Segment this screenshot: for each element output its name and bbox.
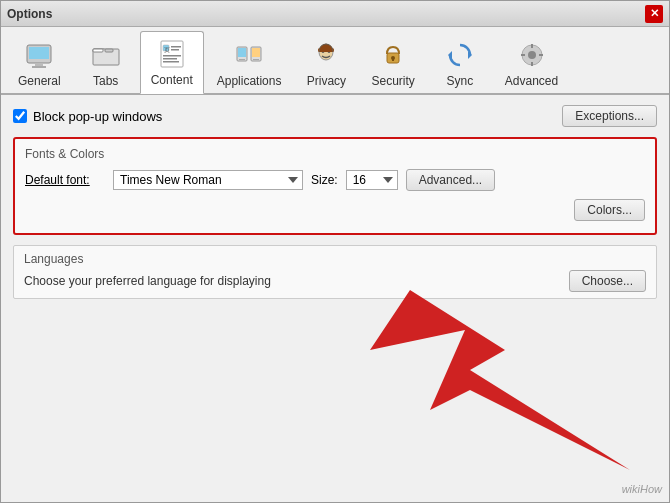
svg-rect-2 — [35, 63, 43, 66]
font-row: Default font: Times New Roman Arial Helv… — [25, 169, 645, 191]
svg-point-31 — [528, 51, 536, 59]
tab-content[interactable]: 页 Content — [140, 31, 204, 94]
tab-sync-label: Sync — [446, 74, 473, 88]
tab-privacy[interactable]: Privacy — [294, 32, 358, 93]
svg-rect-12 — [171, 49, 179, 51]
svg-rect-7 — [105, 49, 113, 52]
content-icon: 页 — [156, 38, 188, 70]
svg-rect-1 — [29, 47, 49, 59]
colors-button[interactable]: Colors... — [574, 199, 645, 221]
svg-rect-13 — [163, 55, 181, 57]
tab-tabs[interactable]: Tabs — [74, 32, 138, 93]
languages-title: Languages — [24, 252, 646, 266]
tabs-icon — [90, 39, 122, 71]
options-window: Options ✕ General — [0, 0, 670, 503]
tab-security-label: Security — [371, 74, 414, 88]
languages-section: Languages Choose your preferred language… — [13, 245, 657, 299]
svg-rect-27 — [392, 58, 394, 61]
tab-general[interactable]: General — [7, 32, 72, 93]
privacy-icon — [310, 39, 342, 71]
size-select[interactable]: 16 12 14 18 20 — [346, 170, 398, 190]
font-select[interactable]: Times New Roman Arial Helvetica Georgia — [113, 170, 303, 190]
tab-security[interactable]: Security — [360, 32, 425, 93]
toolbar: General Tabs 页 — [1, 27, 669, 95]
block-popup-checkbox[interactable] — [13, 109, 27, 123]
security-icon — [377, 39, 409, 71]
default-font-label: Default font: — [25, 173, 105, 187]
title-bar: Options ✕ — [1, 1, 669, 27]
svg-rect-19 — [252, 48, 260, 57]
general-icon — [23, 39, 55, 71]
block-popup-label[interactable]: Block pop-up windows — [13, 109, 162, 124]
tab-advanced[interactable]: Advanced — [494, 32, 569, 93]
choose-language-button[interactable]: Choose... — [569, 270, 646, 292]
applications-icon — [233, 39, 265, 71]
languages-description: Choose your preferred language for displ… — [24, 274, 271, 288]
svg-text:页: 页 — [164, 47, 170, 53]
svg-rect-14 — [163, 58, 177, 60]
tab-sync[interactable]: Sync — [428, 32, 492, 93]
advanced-font-button[interactable]: Advanced... — [406, 169, 495, 191]
svg-rect-11 — [171, 46, 181, 48]
svg-rect-34 — [521, 54, 525, 56]
languages-row: Choose your preferred language for displ… — [24, 270, 646, 292]
advanced-icon — [516, 39, 548, 71]
block-popup-row: Block pop-up windows Exceptions... — [13, 105, 657, 127]
tab-advanced-label: Advanced — [505, 74, 558, 88]
colors-row: Colors... — [25, 199, 645, 221]
exceptions-button[interactable]: Exceptions... — [562, 105, 657, 127]
tab-content-label: Content — [151, 73, 193, 87]
svg-rect-32 — [531, 44, 533, 48]
size-label: Size: — [311, 173, 338, 187]
svg-rect-6 — [93, 49, 103, 52]
fonts-section-title: Fonts & Colors — [25, 147, 645, 161]
window-title: Options — [7, 7, 52, 21]
svg-rect-3 — [32, 66, 46, 68]
fonts-colors-section: Fonts & Colors Default font: Times New R… — [13, 137, 657, 235]
svg-rect-20 — [239, 59, 245, 60]
close-button[interactable]: ✕ — [645, 5, 663, 23]
svg-rect-17 — [238, 48, 246, 57]
sync-icon — [444, 39, 476, 71]
tab-tabs-label: Tabs — [93, 74, 118, 88]
tab-applications[interactable]: Applications — [206, 32, 293, 93]
block-popup-text: Block pop-up windows — [33, 109, 162, 124]
svg-rect-21 — [253, 59, 259, 60]
tab-general-label: General — [18, 74, 61, 88]
svg-rect-15 — [163, 61, 179, 63]
svg-rect-33 — [531, 62, 533, 66]
content-area: Block pop-up windows Exceptions... Fonts… — [1, 95, 669, 502]
tab-privacy-label: Privacy — [307, 74, 346, 88]
tab-applications-label: Applications — [217, 74, 282, 88]
svg-rect-35 — [539, 54, 543, 56]
wikihow-watermark: wikiHow — [622, 483, 662, 495]
